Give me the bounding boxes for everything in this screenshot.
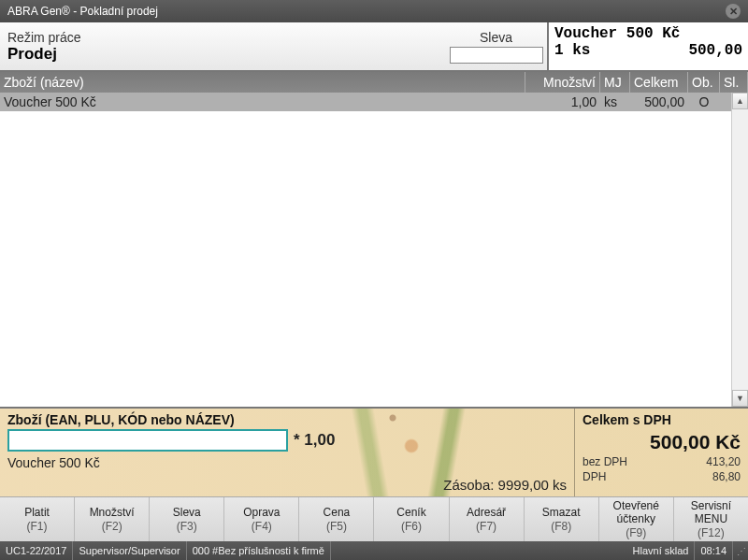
resize-grip-icon[interactable]: ⋰	[733, 541, 748, 560]
scroll-down-icon[interactable]: ▼	[732, 390, 748, 407]
grid-scrollbar[interactable]: ▲ ▼	[731, 93, 748, 407]
display-price: 500,00	[688, 42, 742, 59]
total-label: Celkem s DPH	[583, 412, 741, 427]
titlebar: ABRA Gen® - Pokladní prodej ✕	[0, 0, 748, 22]
scroll-up-icon[interactable]: ▲	[732, 93, 748, 109]
grid-header: Zboží (název) Množství MJ Celkem Ob. Sl.	[0, 72, 748, 93]
status-company: 000 #Bez příslušnosti k firmě	[187, 541, 331, 560]
fkey-f1[interactable]: Platit(F1)	[0, 497, 75, 541]
discount-panel: Sleva	[449, 22, 547, 70]
status-warehouse: Hlavní sklad	[627, 541, 696, 560]
col-sl[interactable]: Sl.	[720, 72, 748, 93]
col-total[interactable]: Celkem	[630, 72, 688, 93]
fkey-f9[interactable]: Otevřené účtenky(F9)	[599, 497, 674, 541]
header: Režim práce Prodej Sleva Voucher 500 Kč …	[0, 22, 748, 72]
net-label: bez DPH	[583, 455, 627, 468]
customer-display: Voucher 500 Kč 1 ks 500,00	[547, 22, 748, 70]
mode-value: Prodej	[7, 45, 441, 64]
fkey-f4[interactable]: Oprava(F4)	[224, 497, 299, 541]
fkey-f2[interactable]: Množství(F2)	[75, 497, 150, 541]
multiplier-label: * 1,00	[294, 431, 335, 450]
function-key-bar: Platit(F1) Množství(F2) Sleva(F3) Oprava…	[0, 496, 748, 541]
fkey-f5[interactable]: Cena(F5)	[299, 497, 374, 541]
total-amount: 500,00 Kč	[583, 431, 741, 453]
cell-unit: ks	[600, 94, 630, 109]
status-user: Supervisor/Supervisor	[73, 541, 186, 560]
window-title: ABRA Gen® - Pokladní prodej	[7, 5, 726, 18]
discount-label: Sleva	[480, 30, 512, 45]
vat-label: DPH	[583, 470, 606, 483]
fkey-f6[interactable]: Ceník(F6)	[374, 497, 449, 541]
col-qty[interactable]: Množství	[525, 72, 600, 93]
table-row[interactable]: Voucher 500 Kč 1,00 ks 500,00 O	[0, 93, 748, 111]
status-time: 08:14	[695, 541, 733, 560]
cell-name: Voucher 500 Kč	[0, 94, 525, 109]
stock-label: Zásoba: 9999,00 ks	[443, 477, 567, 493]
display-qty: 1 ks	[554, 42, 688, 59]
item-code-input[interactable]	[7, 429, 288, 452]
net-value: 413,20	[706, 455, 741, 468]
fkey-f8[interactable]: Smazat(F8)	[525, 497, 599, 541]
status-bar: UC1-22/2017 Supervisor/Supervisor 000 #B…	[0, 541, 748, 560]
mode-panel: Režim práce Prodej	[0, 22, 449, 70]
totals-panel: Celkem s DPH 500,00 Kč bez DPH413,20 DPH…	[574, 409, 748, 496]
display-item: Voucher 500 Kč	[554, 25, 742, 42]
status-doc: UC1-22/2017	[0, 541, 73, 560]
cell-total: 500,00	[630, 94, 688, 109]
selected-item-name: Voucher 500 Kč	[7, 455, 567, 470]
cell-ob: O	[688, 94, 720, 109]
discount-input[interactable]	[450, 47, 543, 64]
fkey-f7[interactable]: Adresář(F7)	[450, 497, 525, 541]
entry-panel: Zboží (EAN, PLU, KÓD nebo NÁZEV) * 1,00 …	[0, 407, 748, 496]
close-icon[interactable]: ✕	[726, 4, 741, 19]
mode-label: Režim práce	[7, 30, 441, 45]
fkey-f3[interactable]: Sleva(F3)	[150, 497, 224, 541]
vat-value: 86,80	[712, 470, 741, 483]
col-ob[interactable]: Ob.	[688, 72, 720, 93]
fkey-f12[interactable]: Servisní MENU(F12)	[674, 497, 748, 541]
col-name[interactable]: Zboží (název)	[0, 72, 525, 93]
col-unit[interactable]: MJ	[600, 72, 630, 93]
grid-body[interactable]: Voucher 500 Kč 1,00 ks 500,00 O ▲ ▼	[0, 93, 748, 407]
cell-qty: 1,00	[525, 94, 600, 109]
entry-label: Zboží (EAN, PLU, KÓD nebo NÁZEV)	[7, 412, 567, 427]
